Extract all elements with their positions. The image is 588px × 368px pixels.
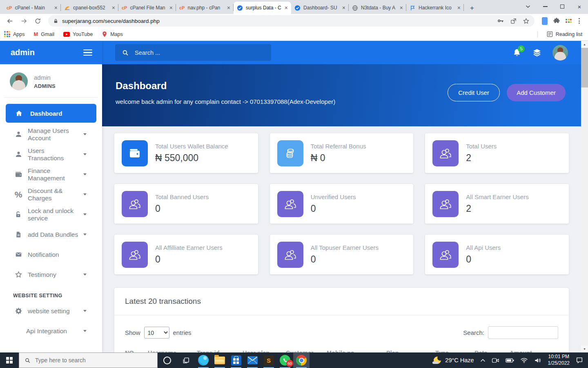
column-header[interactable]: Date	[474, 350, 510, 352]
volume-icon[interactable]	[534, 357, 542, 364]
taskbar-app-store[interactable]	[228, 352, 244, 368]
sidepanel-extension-icon[interactable]	[542, 17, 548, 25]
browser-tab[interactable]: cP cPanel - Main ×	[3, 2, 61, 14]
column-header[interactable]: Trans id	[197, 350, 243, 352]
sidebar-item-finance-management[interactable]: Finance Management	[0, 164, 102, 184]
column-header[interactable]: Mobile no	[327, 350, 386, 352]
tab-close-icon[interactable]: ×	[457, 5, 461, 11]
new-tab-button[interactable]: +	[466, 2, 478, 14]
taskbar-app-whatsapp[interactable]: 60	[277, 352, 293, 368]
stat-cards-grid: Total Users Wallet Balance₦ 550,000 Tota…	[114, 133, 569, 274]
taskbar-search-input[interactable]	[35, 357, 152, 364]
tab-close-icon[interactable]: ×	[54, 5, 58, 11]
chevron-down-icon[interactable]	[519, 0, 537, 13]
browser-tab-active[interactable]: surplus Data - C ×	[234, 2, 291, 14]
browser-tab[interactable]: Dashboard- SU ×	[291, 2, 349, 14]
back-icon[interactable]	[4, 15, 16, 27]
start-button[interactable]	[0, 352, 19, 368]
sidebar-item-add-data-bundles[interactable]: add Data Bundles	[0, 224, 102, 245]
sidebar-item-api-integration[interactable]: Api Integration	[0, 321, 102, 341]
browser-tab-strip: cP cPanel - Main × cpanel-box552 × cP cP…	[0, 0, 588, 14]
forward-icon[interactable]	[18, 15, 29, 27]
url-text[interactable]: superjarang.com/secure/dashboard.php	[62, 18, 160, 24]
browser-tab[interactable]: cpanel-box552 ×	[61, 2, 118, 14]
credit-user-button[interactable]: Credit User	[448, 84, 500, 101]
sidebar-item-dashboard[interactable]: Dashboard	[6, 104, 96, 123]
table-header-row: NO Username Trans id User plan Customer …	[125, 350, 558, 352]
browser-tab[interactable]: cP nav.php - cPan ×	[176, 2, 234, 14]
cortana-button[interactable]	[158, 352, 176, 368]
notifications-button[interactable]: 5	[512, 48, 521, 57]
column-header[interactable]: User plan	[243, 350, 286, 352]
hamburger-menu-icon[interactable]	[83, 49, 92, 56]
search-input[interactable]	[135, 49, 265, 56]
bookmark-maps[interactable]: Maps	[102, 31, 123, 38]
scroll-up-arrow[interactable]: ▲	[581, 41, 588, 48]
store-icon	[231, 355, 241, 366]
wifi-icon[interactable]	[520, 357, 528, 364]
close-button[interactable]: ×	[571, 0, 588, 13]
sidebar-item-notification[interactable]: Notification	[0, 245, 102, 265]
sidebar-item-website-setting[interactable]: website setting	[0, 301, 102, 321]
reading-list-button[interactable]: Reading list	[547, 31, 582, 37]
table-search-input[interactable]	[488, 326, 558, 339]
puzzle-extension-icon[interactable]	[553, 17, 560, 25]
browser-tab[interactable]: cP cPanel File Man ×	[118, 2, 176, 14]
key-icon[interactable]	[497, 17, 504, 25]
bookmark-gmail[interactable]: M Gmail	[34, 31, 55, 37]
column-header[interactable]: Plan	[386, 350, 435, 352]
taskbar-app-chrome[interactable]	[293, 352, 310, 368]
scroll-down-arrow[interactable]: ▼	[581, 346, 588, 352]
maximize-button[interactable]	[554, 0, 571, 13]
page-scrollbar[interactable]: ▲ ▼	[581, 41, 588, 352]
layers-icon[interactable]	[532, 48, 542, 58]
tab-close-icon[interactable]: ×	[169, 5, 173, 11]
taskbar-app-edge[interactable]	[195, 352, 212, 368]
entries-select[interactable]: 10	[144, 327, 169, 339]
tab-close-icon[interactable]: ×	[285, 5, 288, 11]
avatar[interactable]	[10, 72, 28, 90]
taskbar-app-mail[interactable]	[244, 352, 261, 368]
minimize-button[interactable]	[537, 0, 554, 13]
sidebar-item-users-transactions[interactable]: Users Transactions	[0, 144, 102, 164]
column-header[interactable]: Username	[148, 350, 197, 352]
avatar[interactable]	[552, 45, 568, 61]
sidebar-item-discount-charges[interactable]: % Discount && Charges	[0, 184, 102, 204]
bookmark-label: Apps	[13, 31, 25, 37]
add-customer-button[interactable]: Add Customer	[507, 84, 566, 101]
sidebar-item-testimony[interactable]: Testimony	[0, 265, 102, 285]
address-bar[interactable]: superjarang.com/secure/dashboard.php	[48, 15, 535, 27]
taskbar-app-file-explorer[interactable]	[212, 352, 228, 368]
tab-close-icon[interactable]: ×	[400, 5, 403, 11]
column-header[interactable]: Amount	[510, 350, 542, 352]
battery-icon[interactable]	[506, 358, 514, 363]
bookmark-apps[interactable]: Apps	[4, 31, 25, 37]
action-center-icon[interactable]	[576, 357, 583, 364]
taskbar-clock[interactable]: 10:01 PM 1/25/2022	[548, 354, 570, 366]
bookmark-youtube[interactable]: YouTube	[63, 31, 93, 37]
bookmark-star-icon[interactable]	[523, 18, 530, 25]
browser-menu-icon[interactable]	[577, 18, 581, 24]
tray-chevron-up-icon[interactable]	[480, 359, 486, 362]
share-icon[interactable]	[510, 18, 517, 25]
tab-close-icon[interactable]: ×	[227, 5, 230, 11]
navbar-search[interactable]	[115, 44, 271, 61]
column-header[interactable]: Type	[435, 350, 474, 352]
browser-tab[interactable]: N3tdata - Buy A ×	[349, 2, 406, 14]
task-view-button[interactable]	[176, 352, 195, 368]
taskbar-app-sublime[interactable]: S	[261, 352, 277, 368]
tab-close-icon[interactable]: ×	[112, 5, 115, 11]
browser-tab[interactable]: Hackerrank Ico ×	[406, 2, 464, 14]
reload-icon[interactable]	[32, 15, 43, 27]
column-header[interactable]: Customer	[286, 350, 327, 352]
weather-widget[interactable]: 29°C Haze	[433, 356, 474, 364]
meet-now-icon[interactable]	[492, 357, 499, 364]
sidebar-item-manage-users[interactable]: Manage Users Account	[0, 124, 102, 144]
tab-close-icon[interactable]: ×	[342, 5, 345, 11]
taskbar-search[interactable]	[19, 352, 158, 368]
lock-icon[interactable]	[53, 18, 58, 24]
cheap-data-extension-icon[interactable]	[566, 19, 572, 23]
sidebar-item-lock-unlock[interactable]: Lock and unlock service	[0, 204, 102, 224]
column-header[interactable]: NO	[125, 350, 148, 352]
scrollbar-thumb[interactable]	[581, 48, 588, 88]
